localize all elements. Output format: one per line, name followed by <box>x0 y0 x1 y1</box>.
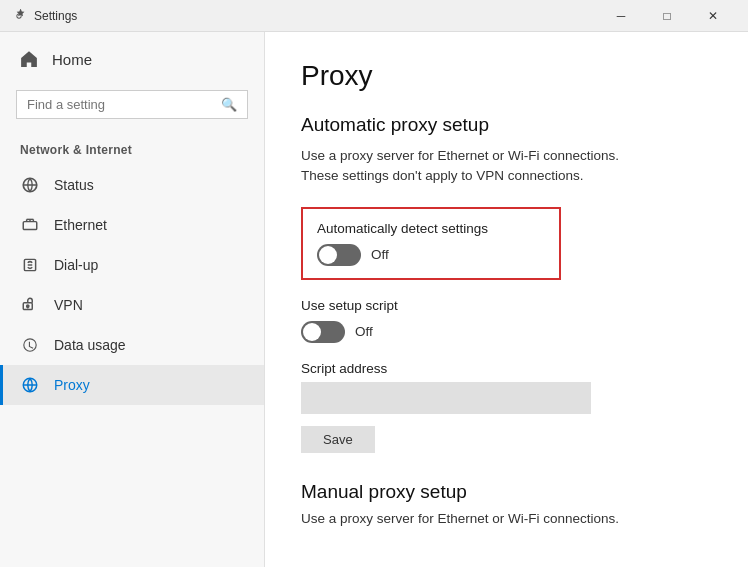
manual-section-title: Manual proxy setup <box>301 481 712 503</box>
app-title: Settings <box>34 9 77 23</box>
sidebar-item-dialup-label: Dial-up <box>54 257 98 273</box>
status-icon <box>20 176 40 194</box>
page-title: Proxy <box>301 60 712 92</box>
auto-detect-toggle-row: Off <box>317 244 545 266</box>
save-button[interactable]: Save <box>301 426 375 453</box>
manual-section-desc: Use a proxy server for Ethernet or Wi-Fi… <box>301 511 712 526</box>
sidebar-item-ethernet-label: Ethernet <box>54 217 107 233</box>
sidebar-item-proxy[interactable]: Proxy <box>0 365 264 405</box>
home-icon <box>20 50 38 68</box>
setup-script-value: Off <box>355 324 373 339</box>
sidebar-item-dialup[interactable]: Dial-up <box>0 245 264 285</box>
content-area: Proxy Automatic proxy setup Use a proxy … <box>265 32 748 567</box>
datausage-icon <box>20 336 40 354</box>
vpn-icon <box>20 296 40 314</box>
sidebar-item-datausage-label: Data usage <box>54 337 126 353</box>
setup-script-thumb <box>303 323 321 341</box>
setup-script-toggle-row: Off <box>301 321 712 343</box>
sidebar-section-label: Network & Internet <box>0 135 264 165</box>
search-input[interactable] <box>27 97 221 112</box>
home-label: Home <box>52 51 92 68</box>
minimize-button[interactable]: ─ <box>598 0 644 32</box>
auto-detect-toggle[interactable] <box>317 244 361 266</box>
sidebar-item-status-label: Status <box>54 177 94 193</box>
auto-detect-thumb <box>319 246 337 264</box>
search-icon: 🔍 <box>221 97 237 112</box>
sidebar-item-ethernet[interactable]: Ethernet <box>0 205 264 245</box>
auto-detect-value: Off <box>371 247 389 262</box>
setup-script-toggle[interactable] <box>301 321 345 343</box>
ethernet-icon <box>20 216 40 234</box>
title-bar-left: Settings <box>12 9 77 23</box>
automatic-section-desc: Use a proxy server for Ethernet or Wi-Fi… <box>301 146 712 187</box>
title-bar: Settings ─ □ ✕ <box>0 0 748 32</box>
settings-icon <box>12 9 26 23</box>
script-address-label: Script address <box>301 361 712 376</box>
app-container: Home 🔍 Network & Internet Status Etherne… <box>0 32 748 567</box>
svg-rect-1 <box>23 222 37 230</box>
auto-detect-label: Automatically detect settings <box>317 221 545 236</box>
setup-script-track <box>301 321 345 343</box>
sidebar-item-datausage[interactable]: Data usage <box>0 325 264 365</box>
search-box[interactable]: 🔍 <box>16 90 248 119</box>
sidebar-item-vpn[interactable]: VPN <box>0 285 264 325</box>
sidebar-item-status[interactable]: Status <box>0 165 264 205</box>
auto-detect-group: Automatically detect settings Off <box>301 207 561 280</box>
script-address-input[interactable] <box>301 382 591 414</box>
close-button[interactable]: ✕ <box>690 0 736 32</box>
svg-point-9 <box>27 305 29 307</box>
sidebar-item-home[interactable]: Home <box>0 32 264 86</box>
setup-script-group: Use setup script Off <box>301 298 712 343</box>
sidebar: Home 🔍 Network & Internet Status Etherne… <box>0 32 265 567</box>
proxy-icon <box>20 376 40 394</box>
sidebar-item-vpn-label: VPN <box>54 297 83 313</box>
dialup-icon <box>20 256 40 274</box>
setup-script-label: Use setup script <box>301 298 712 313</box>
automatic-section-title: Automatic proxy setup <box>301 114 712 136</box>
title-bar-controls: ─ □ ✕ <box>598 0 736 32</box>
maximize-button[interactable]: □ <box>644 0 690 32</box>
sidebar-item-proxy-label: Proxy <box>54 377 90 393</box>
auto-detect-track <box>317 244 361 266</box>
